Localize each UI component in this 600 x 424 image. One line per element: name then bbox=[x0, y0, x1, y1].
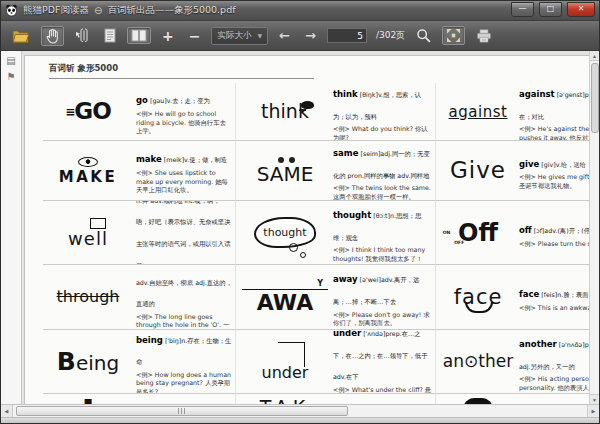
scroll-down-arrow[interactable]: ▼ bbox=[590, 394, 599, 404]
entry-word: against bbox=[519, 89, 555, 99]
entry-example: <例> He gives me gifts every Christmas. 他… bbox=[519, 173, 590, 190]
picto-word: Being bbox=[45, 349, 131, 374]
print-button[interactable] bbox=[472, 27, 496, 45]
entry-word: thought bbox=[333, 210, 371, 220]
pictograph-another: an⊙ther bbox=[442, 353, 514, 370]
entry-text: same[seim]adj.同一的；无变化的 pron.同样的事物 adv.同样… bbox=[333, 141, 432, 201]
entry-word: off bbox=[519, 225, 532, 235]
vocab-cell-another: an⊙theranother[ə'nʌðə]prep.另一个人，同类的东西 ad… bbox=[435, 330, 590, 394]
entry-text: under['ʌndə]prep.在…之下，在…之内；在…领导下，低于 adv.… bbox=[333, 330, 432, 394]
vocab-cell-take: TAKtake[teik]v.需要；拿走；获得 n.捕获量<例> I will … bbox=[235, 394, 435, 404]
search-icon bbox=[416, 28, 431, 43]
arrow-right-icon: → bbox=[305, 29, 316, 42]
entry-word: another bbox=[519, 339, 557, 349]
status-bar bbox=[1, 417, 599, 423]
entry-word: same bbox=[333, 148, 358, 158]
plus-icon: + bbox=[162, 29, 174, 43]
vocab-cell-make: MAKEmake[meik]v.使；做，制造<例> She uses lipst… bbox=[43, 141, 235, 201]
vertical-scrollbar-thumb[interactable] bbox=[591, 63, 599, 133]
switch-off-label: OFF bbox=[454, 241, 464, 246]
pictograph-make: MAKE bbox=[45, 157, 131, 185]
outline-panel-icon[interactable]: ▤ bbox=[6, 56, 15, 66]
entry-definition: [wel]adj.健康的；恰当的 n.井 adv.顺利地 int.噢，啊，唔，好… bbox=[136, 201, 230, 265]
zoom-out-button[interactable]: − bbox=[185, 27, 205, 45]
document-title: 百词斩出品——象形5000.pdf bbox=[107, 4, 235, 17]
search-button[interactable] bbox=[412, 26, 435, 45]
picto-word: think bbox=[261, 100, 309, 122]
two-page-icon bbox=[131, 29, 147, 42]
entry-example: <例> This is an awkward face. 这个表情很好笑。 bbox=[519, 304, 590, 313]
next-page-button[interactable]: → bbox=[301, 27, 320, 44]
entry-text: well[wel]adj.健康的；恰当的 n.井 adv.顺利地 int.噢，啊… bbox=[136, 201, 232, 265]
horizontal-scrollbar[interactable]: ◀ ▶ bbox=[1, 404, 599, 417]
zoom-level-select[interactable]: 实际大小 ▼ bbox=[211, 27, 268, 45]
entry-text: off[ɔf]adv.(离)开；(停)止<例> Please turn the … bbox=[519, 217, 590, 248]
entry-text: face[feis]n.脸；表面；外表 v.面对<例> This is an a… bbox=[519, 281, 590, 312]
picto-word: an⊙ther bbox=[443, 351, 513, 371]
entry-example: <例> He's against the "a" being here, he … bbox=[519, 125, 590, 141]
vocab-cell-under: underunder['ʌndə]prep.在…之下，在…之内；在…领导下，低于… bbox=[235, 330, 435, 394]
entry-example: <例> She uses lipstick to make up every m… bbox=[136, 169, 232, 195]
entry-text: go[gəu]v.去；走；变为<例> He will go to school … bbox=[136, 87, 232, 135]
entry-word: go bbox=[136, 95, 148, 105]
entry-text: make[meik]v.使；做，制造<例> She uses lipstick … bbox=[136, 146, 232, 194]
pictograph-being: Being bbox=[45, 349, 131, 374]
pictograph-away: AWAY bbox=[242, 280, 328, 314]
document-viewport[interactable]: 百词斩 象形5000 ≡GOgo[gəu]v.去；走；变为<例> He will… bbox=[22, 51, 590, 404]
single-page-view-button[interactable] bbox=[100, 26, 120, 45]
vocab-cell-face: faceface[feis]n.脸；表面；外表 v.面对<例> This is … bbox=[435, 265, 590, 330]
entry-text: against[ə'genst]prep.对(着)；违反；靠近，倚在；对比<例>… bbox=[519, 83, 590, 141]
pictograph-same: SAME bbox=[242, 157, 328, 184]
text-select-button[interactable] bbox=[71, 26, 93, 45]
arrow-left-icon: ← bbox=[279, 29, 290, 42]
entry-text: give[giv]v.给，送给<例> He gives me gifts eve… bbox=[519, 151, 590, 191]
printer-icon bbox=[476, 29, 492, 43]
vocab-cell-away: AWAYaway[ə'wei]adv.离开，远离；…掉；不断…下去<例> Ple… bbox=[235, 265, 435, 330]
entry-definition: [giv]v.给，送给 bbox=[541, 161, 586, 168]
scroll-up-arrow[interactable]: ▲ bbox=[590, 51, 599, 61]
entry-example: <例> Please don't go away! 求你们了，别离我而去。 bbox=[333, 311, 432, 328]
picto-word: Give bbox=[450, 157, 506, 183]
entry-example: <例> What do you think? 你认为呢? bbox=[333, 125, 432, 141]
open-folder-icon bbox=[12, 29, 30, 43]
vocab-cell-long: llong[lɔŋ]adj.长的，远的，长久的，长期的 adv.长久，长期地 v… bbox=[43, 394, 235, 404]
text-select-icon bbox=[75, 28, 89, 43]
vocab-cell-same: SAMEsame[seim]adj.同一的；无变化的 pron.同样的事物 ad… bbox=[235, 141, 435, 201]
entry-text: thought[θɔ:t]n.思想；思维；观念<例> I think I thi… bbox=[333, 202, 432, 263]
close-button[interactable]: ✕ bbox=[567, 2, 595, 17]
open-file-button[interactable] bbox=[8, 27, 34, 45]
minimize-button[interactable]: — bbox=[511, 2, 534, 17]
entry-word: away bbox=[333, 274, 358, 284]
entry-word: under bbox=[333, 330, 361, 338]
pictograph-thought: thought bbox=[242, 217, 328, 248]
two-page-view-button[interactable] bbox=[127, 27, 151, 44]
collapse-menu-icon[interactable]: ⊖ bbox=[94, 6, 102, 16]
picto-word: GO bbox=[74, 98, 110, 124]
previous-page-button[interactable]: ← bbox=[275, 27, 294, 44]
entry-definition: [ɔf]adv.(离)开；(停)止 bbox=[534, 227, 590, 234]
fullscreen-button[interactable] bbox=[442, 26, 465, 45]
bookmark-flag-icon[interactable]: ⚑ bbox=[7, 72, 16, 82]
picto-word: TAK bbox=[260, 396, 311, 404]
entry-definition: [meik]v.使；做，制造 bbox=[164, 156, 227, 163]
hand-tool-button[interactable] bbox=[41, 26, 64, 46]
entry-example: <例> Please turn the switch off. 请把开关关掉。 bbox=[519, 240, 590, 249]
pictograph-through: through bbox=[45, 289, 131, 305]
maximize-button[interactable]: □ bbox=[539, 2, 562, 17]
minus-icon: − bbox=[189, 29, 201, 43]
scroll-right-arrow[interactable]: ▶ bbox=[587, 405, 599, 417]
page-header: 百词斩 象形5000 bbox=[35, 60, 590, 77]
zoom-in-button[interactable]: + bbox=[158, 27, 178, 45]
vocab-cell-thought: thoughtthought[θɔ:t]n.思想；思维；观念<例> I thin… bbox=[235, 201, 435, 265]
entry-example: <例> How long does a human being stay pre… bbox=[136, 371, 232, 394]
pictograph-face: face bbox=[442, 287, 514, 308]
scroll-left-arrow[interactable]: ◀ bbox=[1, 405, 13, 417]
picto-word: SAME bbox=[257, 162, 314, 186]
entry-text: think[θiŋk]v.想，思索，认为；以为，预料<例> What do yo… bbox=[333, 83, 432, 141]
page-number-input[interactable] bbox=[327, 28, 367, 43]
horizontal-scrollbar-thumb[interactable] bbox=[16, 406, 348, 416]
hand-tool-icon bbox=[45, 28, 60, 44]
entry-word: think bbox=[333, 89, 358, 99]
vertical-scrollbar[interactable]: ▲ ▼ bbox=[589, 51, 599, 404]
zoom-level-value: 实际大小 bbox=[217, 30, 251, 42]
